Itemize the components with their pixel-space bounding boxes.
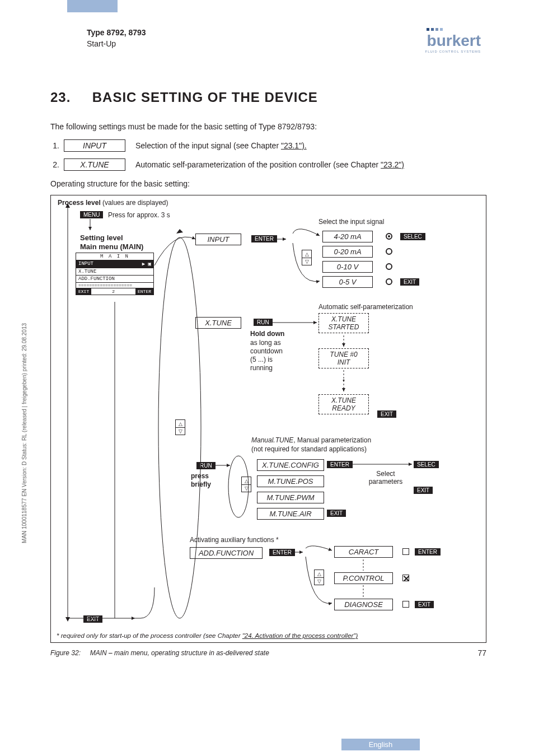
selec-badge: SELEC bbox=[400, 233, 425, 240]
briefly-label: briefly bbox=[191, 480, 211, 488]
checkbox-pcontrol bbox=[402, 575, 409, 581]
step-box-xtune: X.TUNE bbox=[64, 158, 125, 171]
enter-badge-3: ENTER bbox=[269, 549, 295, 556]
signal-0-20: 0-20 mA bbox=[322, 246, 373, 258]
press-label: press bbox=[191, 472, 209, 480]
lcd-row-addfunc: ADD.FUNCTION bbox=[76, 275, 153, 282]
step-number: 2. bbox=[50, 160, 64, 169]
intro-text: The following settings must be made for … bbox=[50, 122, 486, 131]
node-input: INPUT bbox=[195, 234, 241, 245]
pcontrol-node: P.CONTROL bbox=[334, 572, 393, 584]
doc-type: Type 8792, 8793 bbox=[87, 28, 146, 37]
add-function-node: ADD.FUNCTION bbox=[190, 547, 263, 559]
link-chapter-24[interactable]: "24. Activation of the process controlle… bbox=[242, 632, 358, 639]
enter-badge-2: ENTER bbox=[327, 461, 353, 468]
run-badge-2: RUN bbox=[196, 462, 216, 469]
logo-text: burkert bbox=[425, 32, 481, 50]
xtune-config: X.TUNE.CONFIG bbox=[257, 459, 324, 471]
svg-marker-2 bbox=[65, 617, 70, 622]
menu-badge: MENU bbox=[80, 211, 103, 218]
op-structure-label: Operating structure for the basic settin… bbox=[50, 179, 486, 188]
updown-keys-icon: △▽ bbox=[241, 477, 251, 492]
step-desc: Automatic self-parameterization of the p… bbox=[135, 160, 486, 169]
checkbox-caract bbox=[402, 548, 409, 555]
exit-badge-4: EXIT bbox=[414, 487, 433, 494]
radio-4-20 bbox=[386, 233, 392, 240]
footer-language: English bbox=[341, 739, 420, 750]
lcd-title: M A I N bbox=[76, 253, 153, 260]
select-params-label: Selectparameters bbox=[363, 470, 408, 486]
top-bar bbox=[0, 0, 534, 12]
mtune-pos: M.TUNE.POS bbox=[257, 475, 324, 487]
hold-line-2: countdown bbox=[250, 347, 283, 355]
checkbox-diagnose bbox=[402, 601, 409, 608]
step-row: 1. INPUT Selection of the input signal (… bbox=[50, 139, 486, 152]
brand-logo: burkert FLUID CONTROL SYSTEMS bbox=[425, 28, 481, 53]
signal-0-5: 0-5 V bbox=[322, 276, 373, 288]
updown-keys-icon: △▽ bbox=[314, 570, 324, 585]
lcd-separator: ==================== bbox=[76, 282, 153, 288]
figure-caption: MAIN – main menu, operating structure in… bbox=[90, 649, 269, 657]
setting-level-label: Setting level bbox=[80, 234, 123, 242]
page-header: Type 8792, 8793 Start-Up burkert FLUID C… bbox=[87, 28, 481, 53]
signal-4-20: 4-20 mA bbox=[322, 231, 373, 242]
select-signal-label: Select the input signal bbox=[318, 218, 384, 226]
updown-keys-icon: △▽ bbox=[175, 419, 185, 435]
hold-line-4: running bbox=[250, 364, 273, 372]
process-level-title: Process level (values are displayed) bbox=[58, 199, 168, 207]
exit-badge: EXIT bbox=[400, 278, 419, 286]
main-content: 23. BASIC SETTING OF THE DEVICE The foll… bbox=[50, 90, 486, 657]
link-23-2[interactable]: "23.2") bbox=[381, 160, 404, 169]
top-blue-tab bbox=[67, 0, 118, 12]
radio-0-10 bbox=[386, 263, 392, 270]
lcd-row-xtune: X.TUNE bbox=[76, 268, 153, 275]
diagnose-node: DIAGNOSE bbox=[334, 599, 393, 610]
manual-tune-label: Manual.TUNE, Manual parameterization bbox=[251, 436, 371, 444]
hold-line-1: as long as bbox=[250, 339, 281, 347]
doc-section: Start-Up bbox=[87, 39, 146, 48]
page-number: 77 bbox=[477, 648, 486, 657]
menu-press-text: Press for approx. 3 s bbox=[108, 211, 170, 219]
main-menu-label: Main menu (MAIN) bbox=[80, 242, 143, 251]
exit-badge-6: EXIT bbox=[83, 615, 102, 623]
section-title: BASIC SETTING OF THE DEVICE bbox=[92, 90, 318, 105]
link-23-1[interactable]: "23.1"). bbox=[281, 141, 307, 150]
operating-diagram: Process level (values are displayed) MEN… bbox=[50, 195, 486, 643]
radio-0-20 bbox=[386, 248, 392, 255]
lcd-screen: M A I N INPUT▶ ▣ X.TUNE ADD.FUNCTION ===… bbox=[76, 253, 154, 295]
xtune-started-box: X.TUNE STARTED bbox=[318, 313, 369, 333]
exit-badge-2: EXIT bbox=[377, 410, 396, 418]
diagram-footnote: * required only for start-up of the proc… bbox=[57, 632, 480, 639]
section-number: 23. bbox=[50, 90, 71, 105]
svg-marker-6 bbox=[176, 229, 183, 234]
radio-0-5 bbox=[386, 278, 392, 285]
step-number: 1. bbox=[50, 141, 64, 150]
step-desc: Selection of the input signal (see Chapt… bbox=[135, 141, 486, 150]
run-badge: RUN bbox=[254, 319, 273, 326]
side-metadata: MAN 1000118577 EN Version: D Status: RL … bbox=[21, 323, 27, 543]
section-heading: 23. BASIC SETTING OF THE DEVICE bbox=[50, 90, 486, 105]
step-box-input: INPUT bbox=[64, 139, 125, 152]
aux-title: Activating auxiliary functions * bbox=[190, 536, 279, 544]
svg-point-12 bbox=[343, 380, 345, 381]
mtune-pwm: M.TUNE.PWM bbox=[257, 492, 324, 503]
auto-param-label: Automatic self-parameterization bbox=[318, 303, 413, 311]
enter-badge-4: ENTER bbox=[415, 548, 441, 556]
hold-line-3: (5 ...) is bbox=[250, 356, 273, 363]
tune0-box: TUNE #0 INIT bbox=[318, 348, 369, 368]
steps-list: 1. INPUT Selection of the input signal (… bbox=[50, 139, 486, 171]
lcd-row-input: INPUT▶ ▣ bbox=[76, 260, 153, 268]
selec-badge-2: SELEC bbox=[414, 461, 439, 468]
lcd-bottom: EXIT 2 ENTER bbox=[76, 288, 153, 295]
step-row: 2. X.TUNE Automatic self-parameterizatio… bbox=[50, 158, 486, 171]
updown-keys-icon: △▽ bbox=[302, 250, 312, 265]
xtune-ready-box: X.TUNE READY bbox=[318, 394, 369, 414]
node-xtune: X.TUNE bbox=[195, 317, 241, 329]
enter-badge: ENTER bbox=[251, 235, 277, 242]
signal-0-10: 0-10 V bbox=[322, 261, 373, 273]
exit-badge-5: EXIT bbox=[415, 601, 434, 608]
logo-tagline: FLUID CONTROL SYSTEMS bbox=[425, 50, 481, 53]
caract-node: CARACT bbox=[334, 546, 393, 558]
manual-tune-sub: (not required for standard applications) bbox=[251, 445, 367, 453]
mtune-air: M.TUNE.AIR bbox=[257, 508, 324, 520]
